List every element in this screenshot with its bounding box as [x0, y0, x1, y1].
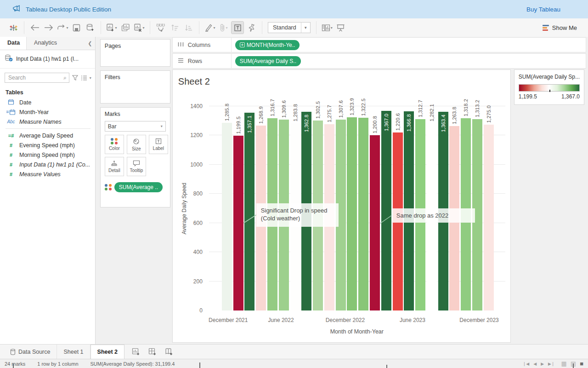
y-tick-label: 1200 — [175, 132, 203, 138]
bar-value-label: 1,307.6 — [338, 100, 344, 118]
bar-mark[interactable]: 1,200.8 — [370, 106, 380, 310]
bar-mark[interactable]: 1,199.5 — [233, 106, 243, 310]
bar-value-label: 1,285.8 — [224, 104, 230, 121]
plot-area: 1,285.8 1,199.5 1,357.1 1,268.9 1,316.7 … — [209, 106, 505, 310]
y-tick-label: 800 — [175, 190, 203, 197]
bar-mark[interactable]: 1,275.0 — [484, 106, 494, 310]
annotation[interactable]: Same drop as 2022 — [392, 208, 475, 223]
bar-value-label: 1,366.8 — [406, 114, 412, 132]
bar-value-label: 1,363.4 — [441, 115, 446, 132]
bar-value-label: 1,309.6 — [281, 100, 287, 118]
x-tick-label: December 2023 — [459, 317, 498, 323]
marks-card: Marks Bar ▾ ColorSizeLabelDetailTooltip … — [100, 107, 170, 207]
bar-value-label: 1,323.9 — [349, 98, 355, 115]
bar-value-label: 1,283.8 — [293, 104, 298, 121]
bar-value-label: 1,275.0 — [486, 105, 492, 123]
number-icon: # — [10, 162, 12, 167]
x-tick-label: June 2023 — [400, 317, 425, 323]
bar-value-label: 1,275.7 — [327, 105, 332, 122]
mark-type-select[interactable]: Bar ▾ — [105, 121, 166, 132]
legend-tick-marker — [549, 90, 550, 92]
y-tick-label: 600 — [175, 220, 203, 226]
bar-value-label: 1,357.1 — [247, 115, 252, 133]
bar-mark[interactable]: 1,285.8 — [222, 106, 232, 310]
data-source-icon — [5, 54, 13, 63]
number-icon: # — [10, 143, 12, 148]
y-tick-label: 400 — [175, 249, 203, 255]
bar-value-label: 1,220.6 — [395, 113, 401, 131]
bar-value-label: 1,322.5 — [361, 98, 366, 116]
bar-value-label: 1,312.7 — [418, 100, 423, 117]
full-view-icon[interactable]: ■ — [580, 360, 583, 367]
worksheet-view: Sheet 2 Average Daily Speed 020040060080… — [172, 69, 511, 343]
annotation-text: Significant Drop in speed — [261, 207, 334, 214]
annotation[interactable]: Significant Drop in speed(Cold weather) — [256, 203, 339, 227]
x-tick-label: June 2022 — [268, 317, 294, 323]
bar-value-label: 1,199.5 — [236, 116, 241, 134]
bar-mark[interactable]: 1,323.9 — [347, 106, 357, 310]
x-tick-label: December 2021 — [209, 317, 248, 323]
bar-mark[interactable]: 1,322.5 — [358, 106, 368, 310]
bar-value-label: 1,316.7 — [270, 99, 275, 116]
number-icon: # — [10, 152, 12, 158]
bar-value-label: 1,313.2 — [475, 100, 480, 117]
bar-value-label: 1,362.8 — [304, 115, 309, 132]
bar-value-label: 1,263.8 — [452, 107, 457, 124]
x-tick-label: December 2022 — [326, 317, 365, 323]
annotation-text: (Cold weather) — [261, 214, 334, 222]
y-tick-label: 0 — [175, 307, 203, 314]
y-tick-label: 200 — [175, 278, 203, 285]
x-axis-title: Month of Month-Year — [330, 328, 384, 335]
y-tick-label: 1400 — [175, 103, 203, 109]
number-icon: # — [10, 172, 12, 177]
bar-mark[interactable]: 1,367.0 — [381, 106, 391, 310]
bar-value-label: 1,268.9 — [258, 106, 264, 124]
bar-value-label: 1,318.2 — [463, 99, 469, 116]
sheet-title: Sheet 2 — [178, 76, 210, 87]
cards-column: Pages Filters Marks Bar ▾ ColorSizeLabel… — [96, 37, 172, 344]
bar-value-label: 1,200.8 — [372, 116, 378, 133]
bar-value-label: 1,302.5 — [315, 101, 321, 119]
annotation-text: Same drop as 2022 — [396, 212, 470, 219]
bar-value-label: 1,367.0 — [384, 114, 389, 131]
y-tick-label: 1000 — [175, 161, 203, 168]
bar-mark[interactable]: 1,357.1 — [244, 106, 254, 310]
bar-value-label: 1,282.1 — [429, 104, 435, 121]
